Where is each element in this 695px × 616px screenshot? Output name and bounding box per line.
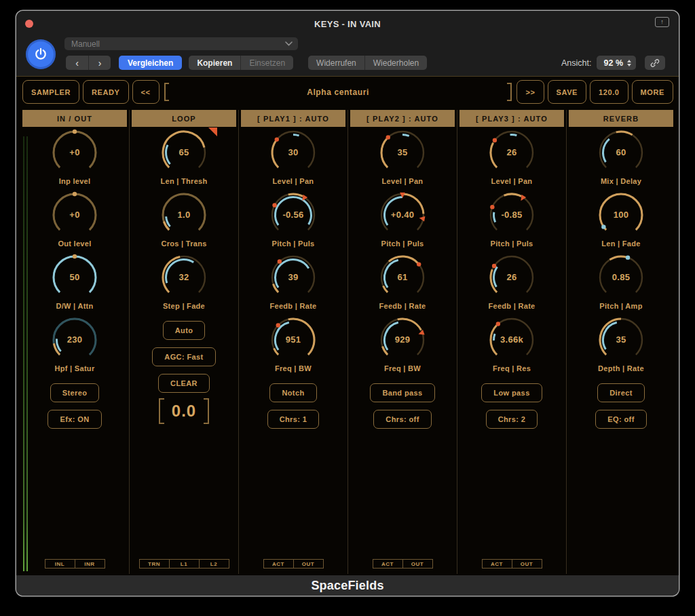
copy-paste-group: Kopieren Einsetzen	[189, 56, 293, 70]
display-right-bracket	[204, 398, 209, 424]
knob-label: Pitch | Puls	[272, 239, 315, 248]
mini-button-act[interactable]: ACT	[482, 559, 512, 569]
button-clear[interactable]: CLEAR	[158, 374, 210, 393]
redo-button[interactable]: Wiederholen	[364, 56, 427, 70]
knob-len-thresh[interactable]: 65Len | Thresh	[132, 127, 236, 189]
button-notch[interactable]: Notch	[269, 383, 316, 402]
button-low-pass[interactable]: Low pass	[481, 383, 542, 402]
button-chrs-1[interactable]: Chrs: 1	[267, 410, 320, 429]
column-header: IN / OUT	[22, 110, 127, 127]
knob-feedb-rate[interactable]: 61Feedb | Rate	[350, 252, 455, 314]
compare-button[interactable]: Vergleichen	[119, 56, 182, 70]
knob-pitch-amp[interactable]: 0.85Pitch | Amp	[569, 252, 673, 314]
save-button[interactable]: SAVE	[548, 80, 587, 104]
knob-label: D/W | Attn	[56, 302, 93, 310]
column-play1-auto: [ PLAY1 ] : AUTO30Level | Pan-0.56Pitch …	[241, 110, 345, 574]
preset-dropdown[interactable]: Manuell	[64, 37, 298, 50]
knob-label: Len | Fade	[601, 239, 640, 248]
button-efx-on[interactable]: Efx: ON	[48, 410, 101, 429]
next-preset-button[interactable]: >>	[516, 80, 544, 104]
knob-inp-level[interactable]: +0Inp level	[22, 127, 127, 189]
mini-button-act[interactable]: ACT	[263, 559, 294, 569]
knob-out-level[interactable]: +0Out level	[22, 189, 127, 252]
knob-freq-bw[interactable]: 951Freq | BW	[241, 314, 345, 377]
knob-label: Feedb | Rate	[269, 302, 316, 310]
knob-value: 26	[459, 147, 564, 157]
mini-button-inr[interactable]: INR	[75, 559, 105, 569]
view-zoom-value: 92 %	[604, 58, 624, 68]
mini-button-group: INLINR	[22, 559, 127, 569]
knob-feedb-rate[interactable]: 26Feedb | Rate	[459, 252, 564, 314]
mini-button-l1[interactable]: L1	[169, 559, 200, 569]
knob-pitch-puls[interactable]: -0.56Pitch | Puls	[241, 189, 345, 252]
knob-label: Mix | Delay	[601, 177, 641, 185]
nav-forward-button[interactable]: ›	[88, 56, 111, 70]
nav-back-button[interactable]: ‹	[66, 56, 88, 70]
mini-button-inl[interactable]: INL	[45, 559, 75, 569]
mini-button-out[interactable]: OUT	[402, 559, 433, 569]
ready-button[interactable]: READY	[83, 80, 129, 104]
knob-pitch-puls[interactable]: -0.85Pitch | Puls	[459, 189, 564, 252]
knob-value: 929	[350, 334, 455, 345]
copy-button[interactable]: Kopieren	[189, 56, 240, 70]
button-chrs-2[interactable]: Chrs: 2	[486, 410, 538, 429]
prev-preset-button[interactable]: <<	[132, 80, 159, 104]
module-columns: IN / OUT+0Inp level+0Out level50D/W | At…	[22, 110, 673, 574]
button-auto[interactable]: Auto	[163, 321, 206, 340]
mini-button-out[interactable]: OUT	[512, 559, 542, 569]
knob-freq-bw[interactable]: 929Freq | BW	[350, 314, 455, 377]
stepper-icon	[627, 60, 631, 66]
knob-freq-res[interactable]: 3.66kFreq | Res	[459, 314, 564, 377]
plugin-footer: SpaceFields	[16, 575, 679, 596]
button-direct[interactable]: Direct	[597, 383, 645, 402]
knob-feedb-rate[interactable]: 39Feedb | Rate	[241, 252, 345, 314]
knob-d-w-attn[interactable]: 50D/W | Attn	[22, 252, 127, 314]
preset-nav-group: ‹ ›	[66, 56, 111, 70]
preset-name: Alpha centauri	[168, 88, 508, 97]
display-left-bracket	[159, 398, 164, 424]
knob-value: 35	[350, 147, 455, 157]
button-stereo[interactable]: Stereo	[50, 383, 100, 402]
knob-value: 951	[241, 334, 345, 345]
knob-value: 230	[22, 334, 127, 345]
chrome-controls-row: ‹ › Vergleichen Kopieren Einsetzen Wider…	[66, 56, 665, 70]
knob-mix-delay[interactable]: 60Mix | Delay	[569, 127, 673, 189]
knob-level-pan[interactable]: 26Level | Pan	[459, 127, 564, 189]
knob-value: +0	[22, 210, 127, 220]
knob-label: Level | Pan	[491, 177, 533, 185]
knob-label: Level | Pan	[273, 177, 314, 185]
preset-dropdown-value: Manuell	[71, 39, 100, 49]
mini-button-l2[interactable]: L2	[199, 559, 229, 569]
mini-button-out[interactable]: OUT	[293, 559, 324, 569]
knob-step-fade[interactable]: 32Step | Fade	[132, 252, 236, 314]
value-display[interactable]: 0.0	[159, 398, 209, 424]
button-band-pass[interactable]: Band pass	[370, 383, 434, 402]
mini-button-trn[interactable]: TRN	[139, 559, 170, 569]
knob-len-fade[interactable]: 100Len | Fade	[569, 189, 673, 252]
view-zoom-stepper[interactable]: 92 %	[597, 56, 637, 70]
knob-level-pan[interactable]: 30Level | Pan	[241, 127, 345, 189]
tempo-button[interactable]: 120.0	[590, 80, 628, 104]
paste-button[interactable]: Einsetzen	[240, 56, 293, 70]
knob-pitch-puls[interactable]: +0.40Pitch | Puls	[350, 189, 455, 252]
button-chrs-off[interactable]: Chrs: off	[373, 410, 431, 429]
knob-hpf-satur[interactable]: 230Hpf | Satur	[22, 314, 127, 377]
knob-label: Feedb | Rate	[488, 302, 535, 310]
power-button[interactable]	[26, 39, 56, 69]
undo-button[interactable]: Widerrufen	[308, 56, 364, 70]
knob-level-pan[interactable]: 35Level | Pan	[350, 127, 455, 189]
button-agc-fast[interactable]: AGC: Fast	[152, 347, 215, 366]
knob-value: 26	[459, 272, 564, 282]
link-button[interactable]	[645, 56, 665, 70]
knob-cros-trans[interactable]: 1.0Cros | Trans	[132, 189, 236, 252]
mini-button-act[interactable]: ACT	[373, 559, 403, 569]
button-eq-off[interactable]: EQ: off	[595, 410, 646, 429]
knob-value: 50	[22, 272, 127, 282]
preset-name-field[interactable]: Alpha centauri	[164, 80, 512, 104]
window-chrome: KEYS - IN VAIN ↑ Manuell ‹ › Vergleichen	[16, 11, 679, 76]
input-meter-right	[26, 136, 28, 571]
knob-depth-rate[interactable]: 35Depth | Rate	[569, 314, 673, 377]
sampler-button[interactable]: SAMPLER	[22, 80, 79, 104]
popout-icon[interactable]: ↑	[655, 17, 669, 27]
more-button[interactable]: MORE	[632, 80, 673, 104]
